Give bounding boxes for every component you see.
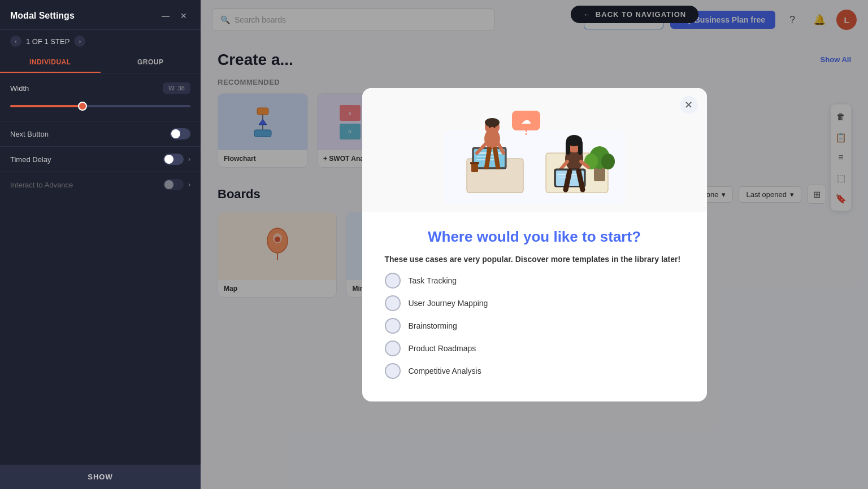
- minimize-button[interactable]: —: [159, 9, 172, 23]
- option-task-tracking[interactable]: Task Tracking: [385, 273, 684, 289]
- next-button-row: Next Button: [0, 121, 201, 146]
- svg-rect-52: [471, 163, 478, 172]
- svg-line-51: [495, 149, 498, 167]
- modal-close-button[interactable]: ✕: [680, 96, 698, 114]
- width-input-box[interactable]: W 38: [163, 82, 190, 94]
- svg-point-46: [489, 126, 491, 128]
- modal-illustration: ☁: [362, 88, 707, 212]
- radio-brainstorming: [385, 318, 401, 334]
- modal-dialog: ✕: [362, 88, 707, 401]
- width-label-text: Width: [10, 84, 29, 93]
- option-product-roadmaps[interactable]: Product Roadmaps: [385, 340, 684, 356]
- interact-knob: [164, 180, 173, 189]
- step-indicator: ‹ 1 OF 1 STEP ›: [0, 30, 201, 53]
- svg-text:☁: ☁: [521, 115, 531, 126]
- tab-individual[interactable]: INDIVIDUAL: [0, 53, 101, 73]
- svg-point-47: [493, 126, 495, 128]
- option-label-brainstorming: Brainstorming: [409, 321, 457, 330]
- timed-delay-knob: [164, 155, 173, 164]
- svg-point-60: [601, 154, 615, 169]
- svg-point-67: [575, 143, 577, 145]
- close-panel-button[interactable]: ✕: [177, 9, 190, 23]
- slider-thumb[interactable]: [78, 102, 87, 111]
- panel-header: Modal Settings — ✕: [0, 0, 201, 30]
- radio-competitive-analysis: [385, 363, 401, 379]
- timed-delay-row: Timed Delay ›: [0, 146, 201, 172]
- svg-line-50: [487, 149, 489, 167]
- panel-title: Modal Settings: [10, 11, 75, 21]
- tabs-row: INDIVIDUAL GROUP: [0, 53, 201, 73]
- option-competitive-analysis[interactable]: Competitive Analysis: [385, 363, 684, 379]
- modal-overlay: ✕: [201, 0, 868, 489]
- width-label-row: Width W 38: [10, 82, 190, 94]
- radio-product-roadmaps: [385, 340, 401, 356]
- option-user-journey[interactable]: User Journey Mapping: [385, 295, 684, 311]
- svg-point-66: [571, 143, 572, 145]
- panel-controls: — ✕: [159, 9, 190, 23]
- modal-title: Where would you like to start?: [385, 228, 684, 246]
- interact-row: Interact to Advance ›: [0, 172, 201, 197]
- svg-point-45: [485, 118, 500, 127]
- step-next-button[interactable]: ›: [74, 36, 85, 47]
- slider-fill: [10, 105, 83, 107]
- modal-subtitle: These use cases are very popular. Discov…: [385, 255, 684, 264]
- svg-rect-53: [470, 162, 479, 164]
- step-prev-button[interactable]: ‹: [10, 36, 21, 47]
- option-label-task-tracking: Task Tracking: [409, 276, 457, 285]
- slider-track: [10, 105, 190, 107]
- width-slider[interactable]: [10, 101, 190, 112]
- show-button[interactable]: SHOW: [0, 465, 201, 489]
- option-label-user-journey: User Journey Mapping: [409, 299, 488, 308]
- interact-toggle[interactable]: [163, 179, 184, 190]
- timed-delay-chevron: ›: [188, 155, 190, 163]
- timed-delay-toggle[interactable]: [163, 154, 184, 165]
- next-button-toggle[interactable]: [170, 128, 190, 139]
- svg-rect-64: [566, 141, 570, 155]
- radio-task-tracking: [385, 273, 401, 289]
- next-button-knob: [171, 129, 180, 138]
- width-unit: W: [168, 85, 174, 91]
- modal-options: Task Tracking User Journey Mapping Brain…: [385, 273, 684, 379]
- next-button-label: Next Button: [10, 130, 49, 138]
- timed-delay-label: Timed Delay: [10, 155, 51, 164]
- radio-user-journey: [385, 295, 401, 311]
- width-value: 38: [178, 85, 185, 91]
- option-brainstorming[interactable]: Brainstorming: [385, 318, 684, 334]
- width-control: Width W 38: [0, 73, 201, 121]
- svg-rect-65: [578, 141, 583, 155]
- option-label-product-roadmaps: Product Roadmaps: [409, 344, 476, 353]
- step-text: 1 OF 1 STEP: [26, 37, 70, 46]
- interact-label: Interact to Advance: [10, 181, 73, 189]
- modal-body: Where would you like to start? These use…: [362, 212, 707, 379]
- tab-group[interactable]: GROUP: [101, 53, 201, 73]
- option-label-competitive-analysis: Competitive Analysis: [409, 366, 481, 376]
- interact-chevron: ›: [188, 181, 190, 189]
- left-panel: Modal Settings — ✕ ‹ 1 OF 1 STEP › INDIV…: [0, 0, 201, 489]
